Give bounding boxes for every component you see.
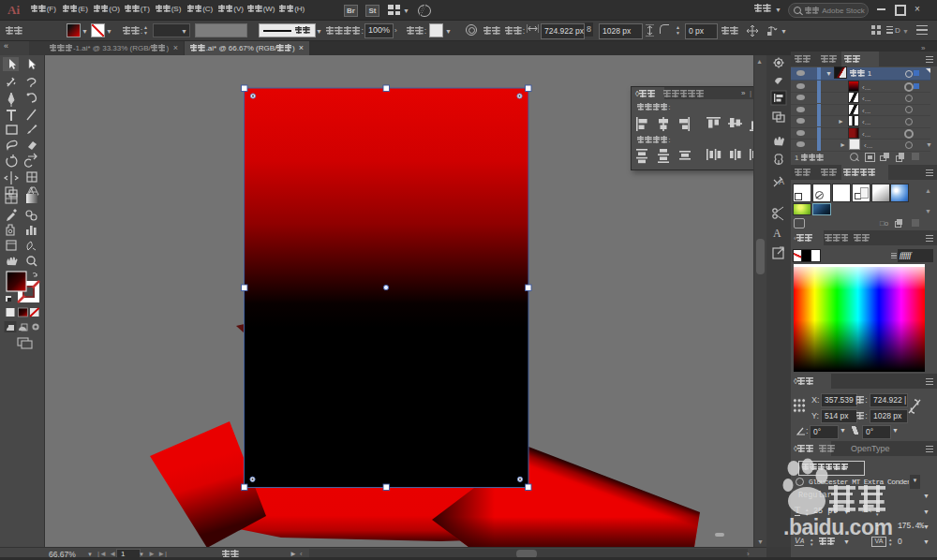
svg-text:A: A [779, 177, 784, 186]
svg-text:A: A [773, 227, 781, 240]
